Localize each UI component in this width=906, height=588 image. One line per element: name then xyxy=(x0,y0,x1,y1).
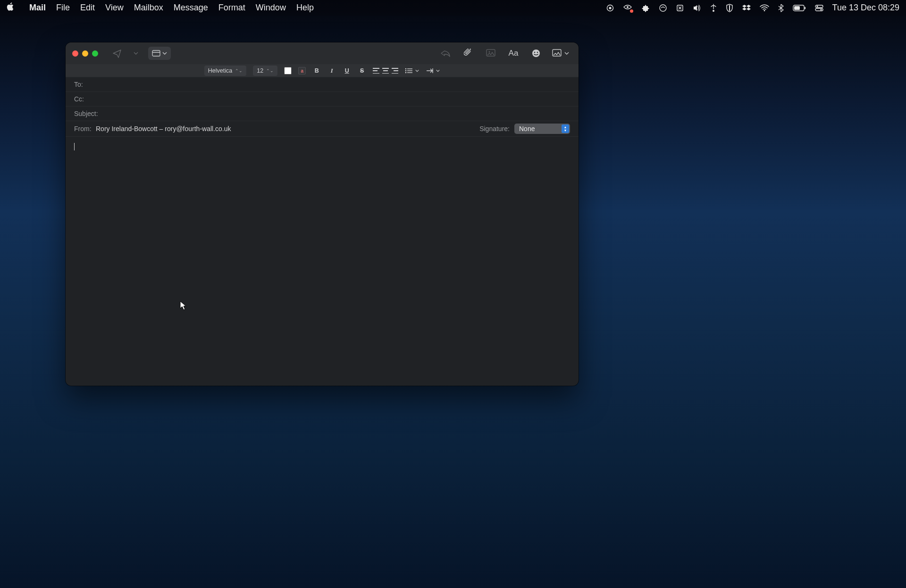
window-titlebar: Aa xyxy=(66,42,579,65)
strikethrough-button[interactable]: S xyxy=(358,67,366,74)
svg-point-12 xyxy=(816,6,818,7)
signature-value: None xyxy=(519,125,535,133)
menu-format[interactable]: Format xyxy=(218,3,245,13)
volume-icon[interactable] xyxy=(693,4,701,12)
bluetooth-icon[interactable] xyxy=(778,4,784,12)
subject-label: Subject: xyxy=(74,110,105,117)
chevron-updown-icon: ▲▼ xyxy=(562,124,569,133)
bold-button[interactable]: B xyxy=(312,67,321,74)
svg-rect-10 xyxy=(805,7,805,9)
menu-window[interactable]: Window xyxy=(256,3,286,13)
menu-edit[interactable]: Edit xyxy=(80,3,95,13)
to-field-row[interactable]: To: xyxy=(66,77,579,92)
font-size-select[interactable]: 12 ⌃⌄ xyxy=(253,66,277,76)
control-center-icon[interactable] xyxy=(815,5,823,11)
signature-label: Signature: xyxy=(479,125,510,133)
status-icon-1[interactable] xyxy=(623,4,632,12)
bg-color-swatch[interactable] xyxy=(284,67,292,75)
indent-button[interactable] xyxy=(426,68,440,74)
app-menu[interactable]: Mail xyxy=(29,3,46,13)
message-body[interactable] xyxy=(66,137,579,156)
font-size-label: 12 xyxy=(257,67,263,74)
photo-browser-button[interactable] xyxy=(484,47,497,60)
svg-rect-15 xyxy=(152,50,160,56)
traffic-lights xyxy=(72,50,98,57)
subject-field-row[interactable]: Subject: xyxy=(66,107,579,121)
emoji-button[interactable] xyxy=(529,47,543,60)
status-icon-3[interactable] xyxy=(659,4,667,12)
align-center-button[interactable] xyxy=(382,68,389,74)
svg-rect-6 xyxy=(729,5,730,11)
text-cursor-icon xyxy=(74,143,75,150)
from-account-select[interactable]: Rory Ireland-Bowcott – rory@fourth-wall.… xyxy=(96,125,231,133)
close-button[interactable] xyxy=(72,50,78,57)
maximize-button[interactable] xyxy=(92,50,98,57)
font-family-select[interactable]: Helvetica ⌃⌄ xyxy=(204,66,246,76)
svg-rect-11 xyxy=(815,5,823,8)
record-status-icon[interactable] xyxy=(606,4,614,12)
chevron-updown-icon: ⌃⌄ xyxy=(235,68,243,73)
svg-point-3 xyxy=(660,5,666,11)
svg-point-14 xyxy=(820,9,822,10)
svg-point-25 xyxy=(405,70,407,72)
status-icon-2[interactable] xyxy=(641,4,650,12)
send-button[interactable] xyxy=(110,47,124,60)
menubar-clock[interactable]: Tue 13 Dec 08:29 xyxy=(832,3,899,13)
send-dropdown[interactable] xyxy=(129,47,143,60)
status-icon-5[interactable] xyxy=(710,4,717,12)
svg-rect-26 xyxy=(407,70,412,71)
align-left-button[interactable] xyxy=(373,68,379,74)
svg-rect-28 xyxy=(407,72,412,73)
align-right-button[interactable] xyxy=(392,68,398,74)
font-family-label: Helvetica xyxy=(208,67,232,74)
text-color-swatch[interactable]: a xyxy=(298,67,306,75)
menu-view[interactable]: View xyxy=(105,3,124,13)
menubar: Mail File Edit View Mailbox Message Form… xyxy=(0,0,906,16)
cc-label: Cc: xyxy=(74,95,105,103)
shield-icon[interactable] xyxy=(726,4,733,12)
svg-point-18 xyxy=(489,51,490,53)
svg-point-20 xyxy=(534,52,536,53)
svg-point-27 xyxy=(405,72,407,74)
menu-message[interactable]: Message xyxy=(174,3,208,13)
wifi-icon[interactable] xyxy=(760,4,769,12)
insert-photo-button[interactable] xyxy=(552,47,569,60)
to-label: To: xyxy=(74,81,105,88)
apple-menu-icon[interactable] xyxy=(7,2,15,13)
from-field-row: From: Rory Ireland-Bowcott – rory@fourth… xyxy=(66,121,579,137)
menu-file[interactable]: File xyxy=(56,3,70,13)
format-bar: Helvetica ⌃⌄ 12 ⌃⌄ a B I U S xyxy=(66,65,579,77)
menubar-right: Tue 13 Dec 08:29 xyxy=(606,3,899,13)
italic-button[interactable]: I xyxy=(327,67,336,75)
header-fields-button[interactable] xyxy=(148,47,171,60)
attach-button[interactable] xyxy=(461,47,475,60)
chevron-updown-icon: ⌃⌄ xyxy=(266,68,274,73)
svg-rect-13 xyxy=(815,8,823,11)
header-fields: To: Cc: Subject: From: Rory Ireland-Bowc… xyxy=(66,77,579,137)
format-toggle-button[interactable]: Aa xyxy=(507,47,520,60)
reply-button[interactable] xyxy=(439,47,452,60)
svg-point-21 xyxy=(537,52,538,53)
status-icon-4[interactable] xyxy=(676,4,684,12)
compose-window: Aa Helvetica ⌃⌄ 12 ⌃⌄ a B I U S xyxy=(66,42,579,386)
svg-point-7 xyxy=(763,10,765,11)
menubar-left: Mail File Edit View Mailbox Message Form… xyxy=(7,2,314,13)
svg-point-1 xyxy=(609,7,611,9)
svg-point-2 xyxy=(627,6,629,8)
menu-mailbox[interactable]: Mailbox xyxy=(134,3,163,13)
battery-icon[interactable] xyxy=(793,5,806,11)
svg-rect-24 xyxy=(407,68,412,69)
underline-button[interactable]: U xyxy=(343,67,351,74)
menu-help[interactable]: Help xyxy=(296,3,314,13)
minimize-button[interactable] xyxy=(82,50,88,57)
signature-select[interactable]: None ▲▼ xyxy=(514,124,570,134)
svg-point-5 xyxy=(713,10,714,12)
list-button[interactable] xyxy=(405,68,419,74)
cc-field-row[interactable]: Cc: xyxy=(66,92,579,107)
svg-point-23 xyxy=(405,68,407,70)
svg-rect-9 xyxy=(794,6,800,10)
svg-point-19 xyxy=(532,50,540,57)
alignment-group xyxy=(373,68,398,74)
dropbox-icon[interactable] xyxy=(742,4,751,12)
from-label: From: xyxy=(74,125,94,133)
